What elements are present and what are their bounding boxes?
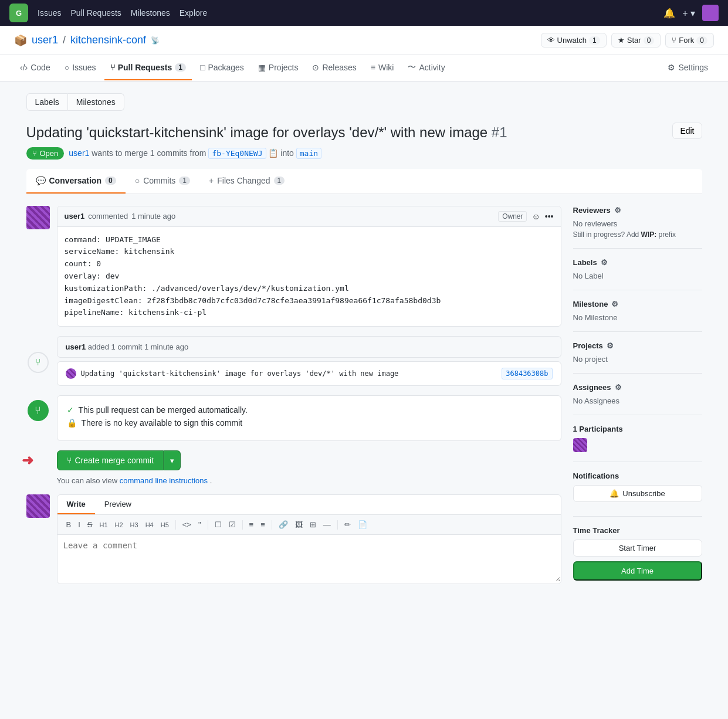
- notifications-title: Notifications: [573, 472, 702, 480]
- tab-conversation[interactable]: 💬 Conversation 0: [26, 169, 126, 194]
- unordered-list-button[interactable]: ≡: [246, 518, 257, 531]
- site-logo[interactable]: G: [9, 4, 28, 22]
- repo-owner-link[interactable]: user1: [32, 34, 58, 46]
- reviewers-gear-icon[interactable]: ⚙: [614, 206, 621, 215]
- sidebar: Reviewers ⚙ No reviewers Still in progre…: [573, 206, 702, 599]
- tab-preview[interactable]: Preview: [95, 495, 141, 514]
- tab-commits[interactable]: ○ Commits 1: [126, 169, 199, 194]
- emoji-reaction-button[interactable]: ☺: [531, 212, 540, 221]
- nav-issues[interactable]: ○ Issues: [59, 56, 102, 80]
- star-button[interactable]: ★ Star 0: [611, 33, 661, 48]
- command-line-instructions-link[interactable]: command line instructions: [120, 476, 208, 485]
- commit-item-left: Updating 'quickstart-kitchensink' image …: [66, 368, 399, 379]
- nav-projects[interactable]: ▦ Projects: [252, 56, 304, 80]
- comment-textarea[interactable]: [57, 535, 561, 582]
- top-nav-links: Issues Pull Requests Milestones Explore: [38, 8, 663, 18]
- start-timer-button[interactable]: Start Timer: [573, 540, 702, 557]
- rss-icon[interactable]: 📡: [151, 36, 160, 45]
- labels-gear-icon[interactable]: ⚙: [601, 258, 608, 267]
- no-label-text: No Label: [573, 272, 702, 280]
- nav-link-pull-requests[interactable]: Pull Requests: [70, 8, 121, 18]
- code-inline-button[interactable]: <>: [180, 518, 194, 531]
- h4-button[interactable]: H4: [143, 520, 157, 530]
- user-avatar[interactable]: [702, 5, 719, 21]
- repo-navigation: ‹/› Code ○ Issues ⑂ Pull Requests 1 □ Pa…: [0, 55, 728, 82]
- owner-badge: Owner: [498, 211, 527, 222]
- pr-author-link[interactable]: user1: [69, 148, 89, 158]
- h1-button[interactable]: H1: [96, 520, 110, 530]
- nav-link-issues[interactable]: Issues: [38, 8, 61, 18]
- merge-box: ✓ This pull request can be merged automa…: [57, 395, 561, 441]
- comment-more-options[interactable]: •••: [545, 212, 554, 221]
- checkbox-empty-button[interactable]: ☐: [212, 518, 225, 531]
- comment-author-name[interactable]: user1: [65, 212, 85, 221]
- top-navigation: G Issues Pull Requests Milestones Explor…: [0, 0, 728, 26]
- checkbox-checked-button[interactable]: ☑: [226, 518, 239, 531]
- tab-write[interactable]: Write: [57, 495, 95, 514]
- activity-text: user1 added 1 commit 1 minute ago: [66, 342, 189, 351]
- projects-gear-icon[interactable]: ⚙: [607, 341, 614, 350]
- sidebar-assignees: Assignees ⚙ No Assignees: [573, 383, 702, 415]
- ordered-list-button[interactable]: ≡: [258, 518, 268, 531]
- files-changed-icon: +: [209, 176, 214, 185]
- h2-button[interactable]: H2: [112, 520, 126, 530]
- merge-check-auto: ✓ This pull request can be merged automa…: [67, 405, 551, 415]
- main-container: Labels Milestones Updating 'quickstart-k…: [12, 82, 716, 611]
- nav-wiki[interactable]: ≡ Wiki: [365, 56, 400, 80]
- time-tracker-title: Time Tracker: [573, 526, 702, 535]
- quote-button[interactable]: ": [195, 518, 204, 531]
- paint-button[interactable]: ✏: [341, 518, 354, 531]
- comment-line-7: pipelineName: kitchensink-ci-pl: [65, 307, 554, 319]
- nav-packages[interactable]: □ Packages: [194, 56, 250, 80]
- unwatch-icon: 👁: [547, 36, 555, 45]
- italic-button[interactable]: I: [75, 518, 83, 531]
- unwatch-button[interactable]: 👁 Unwatch 1: [541, 33, 607, 48]
- image-button[interactable]: 🖼: [292, 518, 306, 531]
- plus-button[interactable]: + ▾: [682, 8, 695, 19]
- toolbar-divider-4: [272, 520, 272, 530]
- sidebar-notifications: Notifications 🔔 Unsubscribe: [573, 472, 702, 517]
- commit-activity-icon: ⑂: [28, 352, 49, 373]
- file-button[interactable]: 📄: [355, 518, 370, 531]
- strikethrough-button[interactable]: S: [84, 518, 96, 531]
- tab-files-changed[interactable]: + Files Changed 1: [199, 169, 294, 194]
- milestones-filter-button[interactable]: Milestones: [68, 93, 124, 111]
- merge-btn-group: ➜ ⑂ Create merge commit ▾: [57, 450, 181, 470]
- link-button[interactable]: 🔗: [276, 518, 291, 531]
- pr-source-branch[interactable]: fb-YEq0NEWJ: [208, 148, 266, 159]
- nav-activity[interactable]: 〜 Activity: [402, 55, 451, 81]
- pr-target-branch[interactable]: main: [296, 148, 321, 159]
- star-count: 0: [644, 36, 655, 45]
- labels-filter-button[interactable]: Labels: [26, 93, 68, 111]
- participants-title: 1 Participants: [573, 425, 702, 433]
- h3-button[interactable]: H3: [127, 520, 141, 530]
- labels-title: Labels ⚙: [573, 258, 702, 267]
- nav-link-explore[interactable]: Explore: [180, 8, 207, 18]
- top-nav-right: 🔔 + ▾: [663, 5, 719, 21]
- table-button[interactable]: ⊞: [307, 518, 319, 531]
- edit-pr-button[interactable]: Edit: [672, 123, 702, 139]
- nav-code[interactable]: ‹/› Code: [14, 56, 56, 80]
- bold-button[interactable]: B: [63, 518, 75, 531]
- no-milestone-text: No Milestone: [573, 313, 702, 322]
- repo-name-link[interactable]: kitchensink-conf: [70, 34, 146, 46]
- create-merge-commit-button[interactable]: ⑂ Create merge commit: [57, 450, 164, 470]
- milestone-gear-icon[interactable]: ⚙: [611, 300, 618, 308]
- nav-link-milestones[interactable]: Milestones: [131, 8, 170, 18]
- nav-pull-requests[interactable]: ⑂ Pull Requests 1: [104, 56, 192, 80]
- nav-settings[interactable]: ⚙ Settings: [662, 56, 714, 80]
- comment-author-avatar: [26, 206, 50, 229]
- unsubscribe-button[interactable]: 🔔 Unsubscribe: [573, 485, 702, 502]
- repo-icon: 📦: [14, 34, 27, 47]
- hr-button[interactable]: —: [320, 518, 334, 531]
- assignees-gear-icon[interactable]: ⚙: [615, 383, 622, 392]
- notifications-bell-icon[interactable]: 🔔: [663, 8, 675, 19]
- nav-releases[interactable]: ⊙ Releases: [306, 56, 362, 80]
- fork-button[interactable]: ⑂ Fork 0: [665, 33, 714, 48]
- commit-sha[interactable]: 368436308b: [502, 368, 552, 379]
- add-time-button[interactable]: Add Time: [573, 561, 702, 581]
- check-icon: ✓: [67, 405, 74, 415]
- merge-dropdown-button[interactable]: ▾: [164, 450, 181, 470]
- h5-button[interactable]: H5: [158, 520, 172, 530]
- commit-message: Updating 'quickstart-kitchensink' image …: [81, 369, 399, 378]
